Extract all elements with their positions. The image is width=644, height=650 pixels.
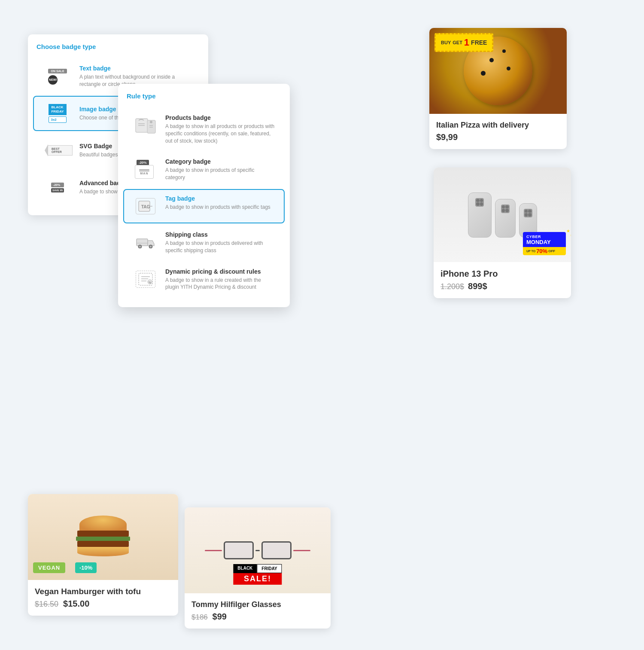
svg-rect-9 bbox=[137, 239, 148, 246]
glass-lens-right bbox=[261, 541, 292, 559]
lettuce bbox=[76, 537, 130, 541]
dynamic-rule-icon: % bbox=[133, 268, 158, 290]
cyber-label: CYBER bbox=[526, 235, 562, 239]
glass-bridge bbox=[255, 550, 260, 551]
patty-2 bbox=[77, 541, 129, 547]
cyber-up-to: UP TO bbox=[526, 250, 535, 253]
iphone-old-price: 1.200$ bbox=[440, 282, 464, 291]
cam-dot bbox=[502, 209, 505, 212]
shipping-rule-name: Shipping class bbox=[165, 231, 275, 238]
pizza-topping bbox=[489, 58, 494, 62]
clothes-box: MAN bbox=[135, 165, 154, 179]
glass-arm-right bbox=[293, 550, 310, 551]
iphone-unit-medium bbox=[495, 199, 516, 238]
cam-dot bbox=[505, 209, 509, 212]
tag-rule-icon: TAG bbox=[133, 195, 158, 217]
buy-text: BUY bbox=[441, 40, 451, 45]
bf-top-row: BLACK FRIDAY bbox=[233, 564, 282, 573]
hamburger-info: Vegan Hamburger with tofu $16.50 $15.00 bbox=[28, 580, 178, 616]
cam-dot bbox=[505, 205, 509, 209]
glass-arm-left bbox=[205, 550, 222, 551]
adv-top-badge: -20% bbox=[51, 183, 64, 187]
pizza-topping bbox=[481, 71, 486, 76]
svg-point-11 bbox=[139, 246, 141, 247]
dynamic-rule-desc: A badge to show in a rule created with t… bbox=[165, 277, 275, 291]
products-rule-icon bbox=[133, 114, 158, 137]
adv-bottom-badge: SAVE 95 bbox=[51, 188, 64, 192]
glasses-card: BLACK FRIDAY SALE! Tommy Hilfilger Glass… bbox=[185, 507, 331, 629]
svg-point-13 bbox=[150, 246, 152, 247]
glasses-old-price: $186 bbox=[191, 613, 208, 621]
shipping-rule-icon bbox=[133, 231, 158, 253]
bf-sale-text: SALE! bbox=[233, 573, 282, 585]
glasses-frame bbox=[205, 541, 310, 559]
rule-option-dynamic[interactable]: % Dynamic pricing & discount rules A bad… bbox=[123, 262, 285, 297]
hamburger-image: VEGAN -10% bbox=[28, 494, 178, 580]
hamburger-discount-badge: -10% bbox=[75, 562, 97, 573]
image-badge-preview: BLACK FRIDAY 3x2 bbox=[43, 102, 73, 125]
cyber-monday-badge: ★ ★ CYBER MONDAY UP TO 70% OFF bbox=[523, 232, 566, 255]
pizza-image: BUY GET 1 FREE bbox=[429, 28, 567, 114]
black-friday-sale-badge: BLACK FRIDAY SALE! bbox=[233, 564, 282, 585]
get-text: GET bbox=[453, 40, 462, 45]
bun-top bbox=[79, 516, 127, 531]
cam-dot bbox=[480, 199, 483, 202]
rule-option-category[interactable]: -20% MAN Category badge A badge to show … bbox=[123, 152, 285, 187]
pizza-topping bbox=[507, 67, 510, 70]
category-rule-desc: A badge to show in products of specific … bbox=[165, 167, 275, 181]
category-rule-info: Category badge A badge to show in produc… bbox=[165, 158, 275, 181]
iphone-name: iPhone 13 Pro bbox=[440, 269, 564, 279]
rule-type-panel: Rule type Products badge A badge to show… bbox=[118, 84, 290, 307]
cam-dot bbox=[528, 213, 532, 217]
vegan-badge: VEGAN bbox=[33, 562, 65, 573]
category-rule-name: Category badge bbox=[165, 158, 275, 165]
rule-type-title: Rule type bbox=[118, 92, 290, 107]
tag-rule-desc: A badge to show in products with specifi… bbox=[165, 204, 270, 211]
tag-rule-info: Tag badge A badge to show in products wi… bbox=[165, 195, 270, 211]
rule-option-shipping[interactable]: Shipping class A badge to show in produc… bbox=[123, 225, 285, 260]
products-rule-name: Products badge bbox=[165, 114, 275, 121]
iphone-camera-3 bbox=[524, 209, 532, 217]
rule-option-products[interactable]: Products badge A badge to show in all pr… bbox=[123, 108, 285, 150]
glass-lens-left bbox=[224, 541, 254, 559]
burger-visual bbox=[73, 516, 133, 558]
hamburger-old-price: $16.50 bbox=[35, 600, 58, 608]
cam-dot bbox=[525, 213, 528, 217]
svg-point-4 bbox=[150, 121, 152, 123]
patty bbox=[77, 531, 129, 537]
svg-text:%: % bbox=[149, 281, 152, 284]
cyber-yellow-bar: UP TO 70% OFF bbox=[523, 247, 566, 255]
iphone-phones bbox=[468, 192, 537, 238]
iphone-camera-2 bbox=[501, 204, 510, 213]
dynamic-rule-info: Dynamic pricing & discount rules A badge… bbox=[165, 268, 275, 291]
new-circle: NEW! bbox=[48, 75, 58, 85]
hamburger-card: VEGAN -10% Vegan Hamburger with tofu $16… bbox=[28, 494, 178, 616]
iphone-info: iPhone 13 Pro 1.200$ 899$ bbox=[434, 262, 571, 298]
three-x-two-badge: 3x2 bbox=[49, 116, 66, 123]
badge-type-title: Choose badge type bbox=[28, 43, 208, 57]
text-badge-preview: ON SALE NEW! bbox=[43, 65, 73, 88]
iphone-price: 1.200$ 899$ bbox=[440, 281, 564, 291]
free-text: FREE bbox=[471, 39, 487, 46]
cam-dot bbox=[476, 199, 480, 202]
buy1get1-badge: BUY GET 1 FREE bbox=[434, 33, 493, 52]
svg-text:TAG: TAG bbox=[141, 204, 150, 209]
cam-dot bbox=[502, 205, 505, 209]
pizza-topping bbox=[502, 49, 506, 53]
shipping-rule-desc: A badge to show in products delivered wi… bbox=[165, 240, 275, 254]
iphone-new-price: 899$ bbox=[468, 281, 487, 291]
iphone-camera bbox=[475, 198, 484, 207]
rule-option-tag[interactable]: TAG Tag badge A badge to show in product… bbox=[123, 189, 285, 223]
cam-dot bbox=[528, 210, 532, 213]
dynamic-rule-name: Dynamic pricing & discount rules bbox=[165, 268, 275, 275]
best-offer-badge: BEST OFFER bbox=[48, 145, 73, 156]
cyber-monday-text: MONDAY bbox=[526, 239, 562, 245]
iphone-card: ★ ★ CYBER MONDAY UP TO 70% OFF iPhone 13… bbox=[434, 168, 571, 298]
glasses-price: $186 $99 bbox=[191, 612, 324, 622]
hamburger-price: $16.50 $15.00 bbox=[35, 599, 171, 609]
products-rule-desc: A badge to show in all products or produ… bbox=[165, 123, 275, 144]
products-rule-info: Products badge A badge to show in all pr… bbox=[165, 114, 275, 144]
iphone-image: ★ ★ CYBER MONDAY UP TO 70% OFF bbox=[434, 168, 571, 262]
star-deco-2: ★ bbox=[570, 234, 571, 237]
tag-rule-name: Tag badge bbox=[165, 195, 270, 202]
